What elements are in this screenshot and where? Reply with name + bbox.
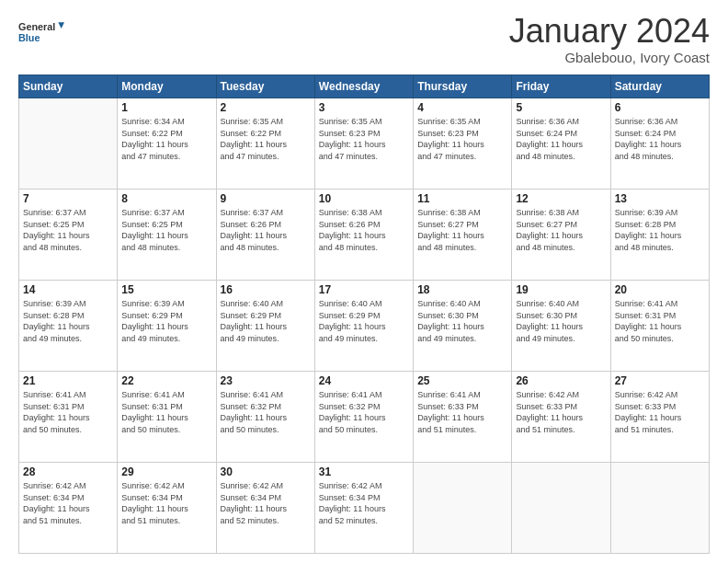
day-info: Sunrise: 6:42 AMSunset: 6:33 PMDaylight:… — [615, 389, 705, 435]
calendar-cell: 1Sunrise: 6:34 AMSunset: 6:22 PMDaylight… — [118, 98, 216, 190]
col-header-sunday: Sunday — [19, 75, 118, 98]
day-number: 28 — [23, 465, 113, 478]
calendar-cell: 14Sunrise: 6:39 AMSunset: 6:28 PMDayligh… — [19, 281, 118, 372]
calendar-cell: 17Sunrise: 6:40 AMSunset: 6:29 PMDayligh… — [314, 281, 413, 372]
day-number: 11 — [417, 192, 507, 205]
calendar-cell: 28Sunrise: 6:42 AMSunset: 6:34 PMDayligh… — [19, 463, 118, 554]
svg-marker-2 — [58, 22, 64, 29]
calendar-cell: 5Sunrise: 6:36 AMSunset: 6:24 PMDaylight… — [512, 98, 610, 190]
calendar-cell: 7Sunrise: 6:37 AMSunset: 6:25 PMDaylight… — [19, 190, 118, 281]
calendar-cell: 10Sunrise: 6:38 AMSunset: 6:26 PMDayligh… — [314, 190, 413, 281]
calendar-cell: 29Sunrise: 6:42 AMSunset: 6:34 PMDayligh… — [118, 463, 216, 554]
day-info: Sunrise: 6:35 AMSunset: 6:22 PMDaylight:… — [221, 116, 311, 162]
day-info: Sunrise: 6:42 AMSunset: 6:34 PMDaylight:… — [23, 480, 113, 526]
col-header-friday: Friday — [512, 75, 610, 98]
day-number: 20 — [615, 283, 705, 296]
week-row-2: 7Sunrise: 6:37 AMSunset: 6:25 PMDaylight… — [19, 190, 710, 281]
col-header-thursday: Thursday — [414, 75, 512, 98]
title-block: January 2024 Gbalebouo, Ivory Coast — [509, 15, 710, 65]
day-info: Sunrise: 6:39 AMSunset: 6:29 PMDaylight:… — [121, 298, 211, 344]
calendar-header-row: SundayMondayTuesdayWednesdayThursdayFrid… — [19, 75, 710, 98]
day-number: 13 — [615, 192, 705, 205]
logo: General Blue — [18, 15, 64, 52]
calendar-cell: 8Sunrise: 6:37 AMSunset: 6:25 PMDaylight… — [118, 190, 216, 281]
day-info: Sunrise: 6:42 AMSunset: 6:34 PMDaylight:… — [319, 480, 409, 526]
day-number: 7 — [23, 192, 113, 205]
day-info: Sunrise: 6:41 AMSunset: 6:31 PMDaylight:… — [121, 389, 211, 435]
day-number: 25 — [417, 374, 507, 387]
calendar-cell: 30Sunrise: 6:42 AMSunset: 6:34 PMDayligh… — [216, 463, 314, 554]
day-number: 12 — [516, 192, 606, 205]
calendar-cell: 9Sunrise: 6:37 AMSunset: 6:26 PMDaylight… — [216, 190, 314, 281]
day-number: 8 — [121, 192, 211, 205]
svg-text:General: General — [18, 21, 55, 32]
day-info: Sunrise: 6:39 AMSunset: 6:28 PMDaylight:… — [23, 298, 113, 344]
calendar-cell: 6Sunrise: 6:36 AMSunset: 6:24 PMDaylight… — [610, 98, 709, 190]
day-info: Sunrise: 6:38 AMSunset: 6:27 PMDaylight:… — [516, 207, 606, 253]
day-number: 23 — [221, 374, 311, 387]
day-number: 21 — [23, 374, 113, 387]
col-header-wednesday: Wednesday — [314, 75, 413, 98]
logo-svg: General Blue — [18, 15, 64, 52]
subtitle: Gbalebouo, Ivory Coast — [509, 50, 710, 65]
day-info: Sunrise: 6:41 AMSunset: 6:31 PMDaylight:… — [23, 389, 113, 435]
week-row-5: 28Sunrise: 6:42 AMSunset: 6:34 PMDayligh… — [19, 463, 710, 554]
day-number: 6 — [615, 101, 705, 114]
day-info: Sunrise: 6:36 AMSunset: 6:24 PMDaylight:… — [615, 116, 705, 162]
main-title: January 2024 — [509, 15, 710, 48]
calendar-cell: 15Sunrise: 6:39 AMSunset: 6:29 PMDayligh… — [118, 281, 216, 372]
day-info: Sunrise: 6:42 AMSunset: 6:33 PMDaylight:… — [516, 389, 606, 435]
day-info: Sunrise: 6:41 AMSunset: 6:33 PMDaylight:… — [417, 389, 507, 435]
day-info: Sunrise: 6:42 AMSunset: 6:34 PMDaylight:… — [221, 480, 311, 526]
calendar-cell: 31Sunrise: 6:42 AMSunset: 6:34 PMDayligh… — [314, 463, 413, 554]
week-row-4: 21Sunrise: 6:41 AMSunset: 6:31 PMDayligh… — [19, 372, 710, 463]
col-header-monday: Monday — [118, 75, 216, 98]
calendar-cell: 27Sunrise: 6:42 AMSunset: 6:33 PMDayligh… — [610, 372, 709, 463]
day-number: 27 — [615, 374, 705, 387]
day-info: Sunrise: 6:34 AMSunset: 6:22 PMDaylight:… — [121, 116, 211, 162]
day-number: 19 — [516, 283, 606, 296]
day-number: 22 — [121, 374, 211, 387]
day-number: 29 — [121, 465, 211, 478]
day-number: 14 — [23, 283, 113, 296]
week-row-1: 1Sunrise: 6:34 AMSunset: 6:22 PMDaylight… — [19, 98, 710, 190]
day-number: 9 — [221, 192, 311, 205]
day-number: 15 — [121, 283, 211, 296]
calendar-cell: 13Sunrise: 6:39 AMSunset: 6:28 PMDayligh… — [610, 190, 709, 281]
day-info: Sunrise: 6:37 AMSunset: 6:26 PMDaylight:… — [221, 207, 311, 253]
day-number: 31 — [319, 465, 409, 478]
day-info: Sunrise: 6:40 AMSunset: 6:29 PMDaylight:… — [221, 298, 311, 344]
day-number: 18 — [417, 283, 507, 296]
day-info: Sunrise: 6:37 AMSunset: 6:25 PMDaylight:… — [121, 207, 211, 253]
calendar-cell — [19, 98, 118, 190]
day-number: 16 — [221, 283, 311, 296]
day-info: Sunrise: 6:36 AMSunset: 6:24 PMDaylight:… — [516, 116, 606, 162]
calendar-cell — [610, 463, 709, 554]
day-info: Sunrise: 6:35 AMSunset: 6:23 PMDaylight:… — [319, 116, 409, 162]
calendar-cell: 23Sunrise: 6:41 AMSunset: 6:32 PMDayligh… — [216, 372, 314, 463]
day-info: Sunrise: 6:38 AMSunset: 6:26 PMDaylight:… — [319, 207, 409, 253]
day-number: 30 — [221, 465, 311, 478]
day-number: 24 — [319, 374, 409, 387]
day-info: Sunrise: 6:40 AMSunset: 6:29 PMDaylight:… — [319, 298, 409, 344]
calendar-cell: 19Sunrise: 6:40 AMSunset: 6:30 PMDayligh… — [512, 281, 610, 372]
day-info: Sunrise: 6:41 AMSunset: 6:32 PMDaylight:… — [221, 389, 311, 435]
day-number: 10 — [319, 192, 409, 205]
col-header-saturday: Saturday — [610, 75, 709, 98]
calendar-cell: 26Sunrise: 6:42 AMSunset: 6:33 PMDayligh… — [512, 372, 610, 463]
week-row-3: 14Sunrise: 6:39 AMSunset: 6:28 PMDayligh… — [19, 281, 710, 372]
day-number: 4 — [417, 101, 507, 114]
calendar-cell: 11Sunrise: 6:38 AMSunset: 6:27 PMDayligh… — [414, 190, 512, 281]
calendar-cell: 21Sunrise: 6:41 AMSunset: 6:31 PMDayligh… — [19, 372, 118, 463]
day-number: 17 — [319, 283, 409, 296]
day-info: Sunrise: 6:39 AMSunset: 6:28 PMDaylight:… — [615, 207, 705, 253]
calendar-cell — [414, 463, 512, 554]
day-number: 26 — [516, 374, 606, 387]
day-info: Sunrise: 6:38 AMSunset: 6:27 PMDaylight:… — [417, 207, 507, 253]
calendar-cell: 24Sunrise: 6:41 AMSunset: 6:32 PMDayligh… — [314, 372, 413, 463]
calendar-cell: 3Sunrise: 6:35 AMSunset: 6:23 PMDaylight… — [314, 98, 413, 190]
day-number: 5 — [516, 101, 606, 114]
calendar-cell: 20Sunrise: 6:41 AMSunset: 6:31 PMDayligh… — [610, 281, 709, 372]
svg-text:Blue: Blue — [18, 32, 40, 43]
calendar-cell: 2Sunrise: 6:35 AMSunset: 6:22 PMDaylight… — [216, 98, 314, 190]
